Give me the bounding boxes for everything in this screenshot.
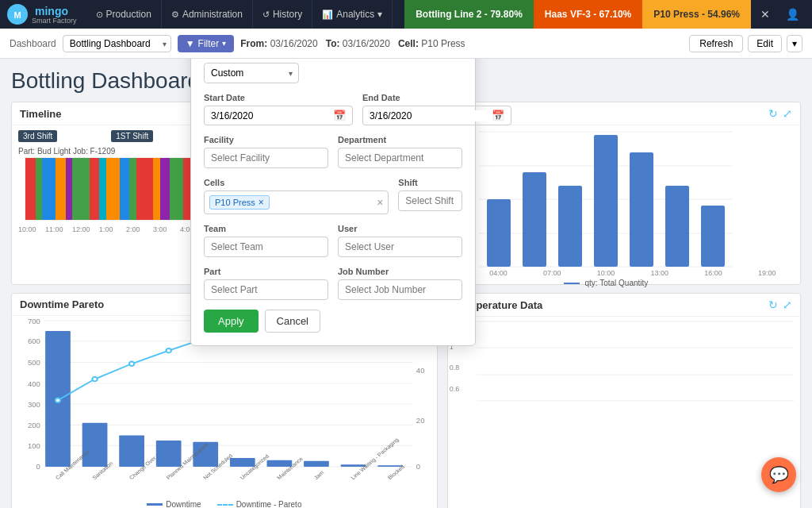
nav-production-label: Production xyxy=(106,9,151,20)
nav-analytics[interactable]: 📊 Analytics ▾ xyxy=(312,0,393,29)
filter-button[interactable]: ▼ Filter xyxy=(178,35,235,52)
dashboard-select-wrap: Bottling Dashboard xyxy=(63,35,171,52)
cells-tag-input[interactable]: P10 Press × × xyxy=(204,190,389,214)
p10-press-tag-close[interactable]: × xyxy=(259,198,264,207)
user-input[interactable] xyxy=(338,237,462,257)
logo-text: mingo xyxy=(35,5,68,17)
breadcrumb-bar: Dashboard Bottling Dashboard ▼ Filter Fr… xyxy=(0,29,812,59)
logo-sub: Smart Factory xyxy=(32,17,77,25)
svg-rect-12 xyxy=(665,186,689,267)
timeline-title: Timeline xyxy=(20,108,62,120)
svg-point-44 xyxy=(56,398,60,403)
downtime-legend: Downtime Downtime - Pareto xyxy=(12,498,437,508)
p10-press-tag-label: P10 Press xyxy=(215,198,255,207)
part-input[interactable] xyxy=(204,279,328,300)
end-date-group: End Date 📅 xyxy=(362,93,511,125)
cells-clear-button[interactable]: × xyxy=(377,196,383,209)
facility-input[interactable] xyxy=(204,148,328,168)
temperature-panel-icons: ↻ ⤢ xyxy=(768,298,792,311)
expand-qty-icon[interactable]: ⤢ xyxy=(783,107,792,120)
cells-tag-input-field[interactable] xyxy=(273,197,373,208)
facility-dept-row: Facility Department xyxy=(204,135,462,168)
svg-text:500: 500 xyxy=(28,360,40,367)
alert-bottling-line[interactable]: Bottling Line 2 - 79.80% xyxy=(404,0,534,29)
refresh-temp-icon[interactable]: ↻ xyxy=(768,298,778,311)
nav-administration[interactable]: ⚙ Administration xyxy=(162,0,253,29)
temp-y-0.8: 0.8 xyxy=(450,364,460,371)
svg-point-46 xyxy=(129,362,134,367)
legend-downtime: Downtime xyxy=(147,500,201,508)
svg-text:100: 100 xyxy=(28,443,40,450)
cell-value: P10 Press xyxy=(421,38,465,49)
end-date-input[interactable] xyxy=(370,110,488,121)
close-button[interactable]: ✕ xyxy=(754,5,776,24)
svg-rect-8 xyxy=(523,172,546,267)
filter-info: From: 03/16/2020 To: 03/16/2020 Cell: P1… xyxy=(240,38,465,49)
logo: M mingo Smart Factory xyxy=(6,3,77,25)
svg-rect-9 xyxy=(558,186,582,267)
dates-row: Start Date 📅 End Date 📅 xyxy=(204,93,462,125)
end-date-input-wrap[interactable]: 📅 xyxy=(362,106,511,125)
start-date-input-wrap[interactable]: 📅 xyxy=(204,106,353,125)
job-number-input[interactable] xyxy=(338,279,462,300)
team-label: Team xyxy=(204,224,328,233)
svg-rect-41 xyxy=(304,461,329,467)
svg-text:400: 400 xyxy=(28,380,40,387)
modal-footer: Apply Cancel xyxy=(204,310,462,333)
cells-group: Cells P10 Press × × xyxy=(204,178,389,214)
department-label: Department xyxy=(338,135,462,144)
top-navigation: M mingo Smart Factory ⊙ Production ⚙ Adm… xyxy=(0,0,812,29)
temperature-panel-header: Temperature Data ↻ ⤢ xyxy=(448,294,800,317)
shift-input[interactable] xyxy=(398,190,462,211)
shift-group: Shift xyxy=(398,178,462,214)
main-content: Bottling Dashboard Timeline ↻ ⤢ 3rd Shif… xyxy=(0,59,812,508)
user-group: User xyxy=(338,224,462,257)
alert-haas-vf3[interactable]: Haas VF-3 - 67.10% xyxy=(534,0,642,29)
nav-production[interactable]: ⊙ Production xyxy=(86,0,162,29)
nav-history[interactable]: ↺ History xyxy=(253,0,312,29)
part-group: Part xyxy=(204,267,328,300)
production-icon: ⊙ xyxy=(96,10,103,20)
user-label: User xyxy=(338,224,462,233)
chat-button[interactable]: 💬 xyxy=(761,457,796,492)
svg-text:600: 600 xyxy=(28,338,40,345)
dashboard-select[interactable]: Bottling Dashboard xyxy=(63,35,171,52)
qty-legend-label: qty: Total Quantity xyxy=(584,279,648,287)
chat-icon: 💬 xyxy=(769,465,789,484)
refresh-qty-icon[interactable]: ↻ xyxy=(768,107,778,120)
cells-label: Cells xyxy=(204,178,389,187)
svg-rect-35 xyxy=(82,423,108,467)
edit-button[interactable]: Edit xyxy=(748,35,782,52)
edit-dropdown-button[interactable]: ▾ xyxy=(787,35,802,52)
svg-rect-36 xyxy=(119,435,144,467)
legend-pareto-label: Downtime - Pareto xyxy=(236,500,302,508)
refresh-button[interactable]: Refresh xyxy=(689,35,743,52)
legend-downtime-label: Downtime xyxy=(166,500,201,508)
start-date-calendar-icon[interactable]: 📅 xyxy=(333,110,346,121)
svg-point-47 xyxy=(167,348,171,353)
svg-text:700: 700 xyxy=(28,318,40,325)
cancel-button[interactable]: Cancel xyxy=(265,310,320,333)
history-icon: ↺ xyxy=(262,10,270,20)
start-date-input[interactable] xyxy=(211,110,330,121)
svg-text:Uncategorized: Uncategorized xyxy=(239,453,270,481)
user-menu-button[interactable]: 👤 xyxy=(779,5,806,24)
svg-text:300: 300 xyxy=(28,401,40,408)
shift-3rd: 3rd Shift xyxy=(18,130,57,142)
to-date: 03/16/2020 xyxy=(343,38,390,49)
svg-point-45 xyxy=(92,377,97,382)
department-group: Department xyxy=(338,135,462,168)
alert-p10-press[interactable]: P10 Press - 54.96% xyxy=(642,0,751,29)
nav-analytics-label: Analytics xyxy=(336,9,374,20)
end-date-calendar-icon[interactable]: 📅 xyxy=(492,110,504,121)
department-input[interactable] xyxy=(338,148,462,168)
team-user-row: Team User xyxy=(204,224,462,257)
team-input[interactable] xyxy=(204,237,328,257)
team-group: Team xyxy=(204,224,328,257)
cells-shift-row: Cells P10 Press × × Shift xyxy=(204,178,462,214)
svg-rect-37 xyxy=(156,441,182,467)
p10-press-tag: P10 Press × xyxy=(209,195,270,210)
apply-button[interactable]: Apply xyxy=(204,310,259,333)
expand-temp-icon[interactable]: ⤢ xyxy=(783,298,792,311)
date-range-select[interactable]: Custom xyxy=(204,63,299,83)
